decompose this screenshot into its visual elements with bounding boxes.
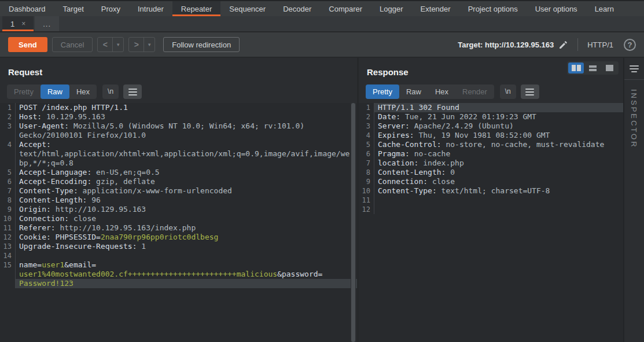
request-tab-hex[interactable]: Hex	[69, 84, 97, 99]
request-tab-pretty[interactable]: Pretty	[7, 84, 41, 99]
send-button[interactable]: Send	[8, 37, 47, 52]
line-number: 8	[359, 168, 374, 177]
tab-close-icon[interactable]: ×	[21, 20, 25, 28]
menu-tab-sequencer[interactable]: Sequencer	[220, 1, 274, 16]
response-panel-title: Response	[367, 67, 409, 77]
menu-tab-decoder[interactable]: Decoder	[274, 1, 320, 16]
request-view-tabs: PrettyRawHex \n	[7, 84, 142, 99]
repeater-tab-more[interactable]: ...	[35, 16, 59, 31]
next-request-dropdown-icon[interactable]: ▼	[144, 38, 154, 52]
menu-tab-project-options[interactable]: Project options	[459, 1, 527, 16]
line-number: 7	[359, 159, 374, 168]
line-number: 8	[0, 196, 16, 205]
request-code-text: Password!123	[16, 279, 357, 288]
single-pane-view-button[interactable]	[602, 62, 617, 73]
line-number	[0, 149, 16, 159]
response-code-line: 9Connection: close	[359, 177, 623, 186]
request-code-line: 11Referer: http://10.129.95.163/index.ph…	[0, 223, 357, 233]
response-tab-raw[interactable]: Raw	[399, 84, 428, 99]
response-tab-render[interactable]: Render	[455, 84, 494, 99]
request-scrollbar[interactable]	[351, 103, 356, 342]
response-panel: Response PrettyRawHexRender \n 1HTTP/1.1…	[359, 58, 623, 342]
previous-request-dropdown-icon[interactable]: ▼	[113, 38, 123, 52]
previous-request-button[interactable]: <	[98, 38, 113, 52]
response-newline-toggle-button[interactable]: \n	[500, 84, 516, 99]
inspector-sidebar[interactable]: INSPECTOR	[623, 58, 644, 342]
menu-tab-dashboard[interactable]: Dashboard	[0, 1, 54, 16]
menu-tab-logger[interactable]: Logger	[371, 1, 411, 16]
menu-tab-target[interactable]: Target	[54, 1, 93, 16]
menu-tab-learn[interactable]: Learn	[586, 1, 623, 16]
request-code-line: 1POST /index.php HTTP/1.1	[0, 103, 357, 112]
repeater-tab-1[interactable]: 1 ×	[2, 16, 34, 31]
inspector-collapse-icon[interactable]	[629, 65, 639, 72]
line-number: 9	[359, 177, 374, 186]
split-columns-view-button[interactable]	[568, 62, 584, 73]
line-number: 12	[0, 233, 16, 242]
request-code-text: User-Agent: Mozilla/5.0 (Windows NT 10.0…	[16, 122, 357, 131]
request-code-line: 7Content-Type: application/x-www-form-ur…	[0, 186, 357, 196]
line-number: 1	[0, 103, 16, 112]
menu-tab-proxy[interactable]: Proxy	[93, 1, 129, 16]
menu-tab-user-options[interactable]: User options	[527, 1, 586, 16]
line-number	[0, 159, 16, 168]
line-number: 3	[359, 122, 374, 131]
toolbar-divider	[577, 38, 578, 51]
request-tab-raw[interactable]: Raw	[41, 84, 69, 99]
next-request-button[interactable]: >	[129, 38, 144, 52]
split-rows-view-button[interactable]	[585, 62, 601, 73]
request-code-text: Cookie: PHPSESSID=2naa790rp96pp0riotc0dl…	[16, 233, 357, 242]
response-editor[interactable]: 1HTTP/1.1 302 Found2Date: Tue, 21 Jun 20…	[359, 103, 623, 342]
follow-redirection-button[interactable]: Follow redirection	[163, 37, 240, 52]
request-code-line: 9Origin: http://10.129.95.163	[0, 205, 357, 214]
request-menu-button[interactable]	[123, 84, 142, 99]
response-tab-pretty[interactable]: Pretty	[366, 84, 399, 99]
request-code-line: 4Accept:	[0, 140, 357, 149]
line-number: 4	[359, 131, 374, 140]
help-icon[interactable]: ?	[624, 39, 636, 51]
response-format-tab-group: PrettyRawHexRender	[366, 84, 494, 99]
line-number	[0, 279, 16, 288]
request-scrollbar-thumb[interactable]	[351, 103, 355, 342]
response-code-line: 6Pragma: no-cache	[359, 149, 623, 159]
response-code-line: 3Server: Apache/2.4.29 (Ubuntu)	[359, 122, 623, 131]
request-code-text: Host: 10.129.95.163	[16, 112, 357, 122]
response-code-line: 5Cache-Control: no-store, no-cache, must…	[359, 140, 623, 149]
request-code-line: user1%40mostwanted002.cf++++++++++++++++…	[0, 270, 357, 279]
response-code-line: 7location: index.php	[359, 159, 623, 168]
request-code-text: Content-Length: 96	[16, 196, 357, 205]
layout-view-buttons	[567, 61, 619, 75]
line-number: 4	[0, 140, 16, 149]
request-editor[interactable]: 1POST /index.php HTTP/1.12Host: 10.129.9…	[0, 103, 357, 342]
line-number: 2	[0, 112, 16, 122]
line-number: 14	[0, 251, 16, 260]
line-number	[0, 270, 16, 279]
request-code-text	[16, 251, 357, 260]
response-tab-hex[interactable]: Hex	[428, 84, 455, 99]
line-number: 10	[0, 214, 16, 223]
request-code-line: 3User-Agent: Mozilla/5.0 (Windows NT 10.…	[0, 122, 357, 131]
request-code-text: bp,*/*;q=0.8	[16, 159, 357, 168]
menu-tab-intruder[interactable]: Intruder	[129, 1, 172, 16]
line-number: 5	[0, 168, 16, 177]
menu-tab-comparer[interactable]: Comparer	[320, 1, 371, 16]
request-newline-toggle-button[interactable]: \n	[102, 84, 119, 99]
request-code-line: 10Connection: close	[0, 214, 357, 223]
request-panel-title: Request	[8, 67, 42, 77]
menu-tab-extender[interactable]: Extender	[412, 1, 459, 16]
request-code-line: 2Host: 10.129.95.163	[0, 112, 357, 122]
request-code-line: 12Cookie: PHPSESSID=2naa790rp96pp0riotc0…	[0, 233, 357, 242]
edit-target-pencil-icon[interactable]	[558, 40, 568, 50]
response-menu-button[interactable]	[521, 84, 539, 99]
cancel-button[interactable]: Cancel	[52, 37, 93, 52]
line-number: 6	[359, 149, 374, 159]
inspector-divider	[624, 79, 644, 80]
inspector-label[interactable]: INSPECTOR	[630, 89, 639, 149]
request-code-text: Origin: http://10.129.95.163	[16, 205, 357, 214]
menu-tab-repeater[interactable]: Repeater	[172, 1, 220, 16]
request-code-text: Content-Type: application/x-www-form-url…	[16, 186, 357, 196]
request-code-line: bp,*/*;q=0.8	[0, 159, 357, 168]
line-number: 10	[359, 186, 374, 196]
request-code-text: Accept-Encoding: gzip, deflate	[16, 177, 357, 186]
response-code-line: 11	[359, 196, 623, 205]
